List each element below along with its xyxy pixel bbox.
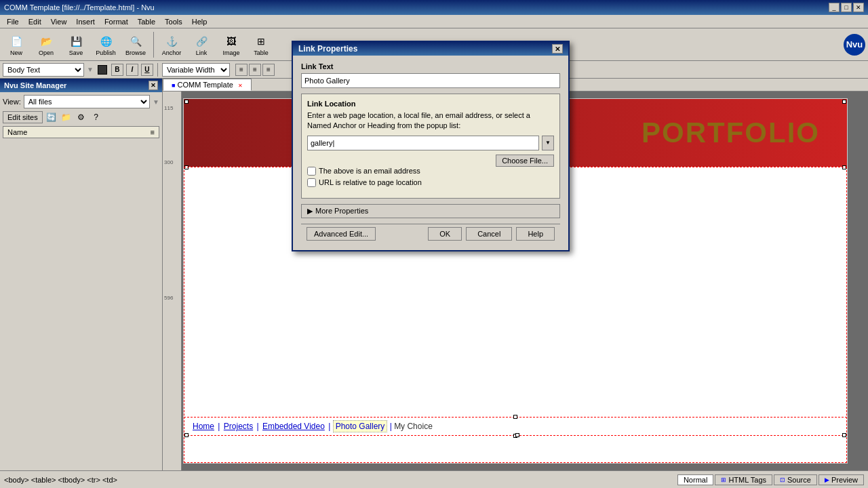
align-left-button[interactable]: ≡: [235, 64, 248, 76]
open-icon: 📂: [38, 33, 54, 49]
format-separator: [157, 63, 158, 77]
portfolio-title: PORTFOLIO: [642, 117, 820, 149]
ruler-mark-115: 115: [164, 105, 173, 111]
link-icon: 🔗: [193, 33, 210, 49]
ruler-mark-300: 300: [164, 159, 173, 165]
menu-file[interactable]: File: [3, 16, 23, 27]
browse-icon: 🔍: [127, 33, 144, 49]
sidebar-view-row: View: All files ▼: [3, 95, 159, 108]
close-window-button[interactable]: ✕: [853, 3, 864, 12]
menu-tools[interactable]: Tools: [161, 16, 186, 27]
relative-checkbox[interactable]: [307, 178, 316, 187]
save-button[interactable]: 💾 Save: [62, 31, 90, 58]
nav-photo-gallery[interactable]: Photo Gallery: [333, 420, 388, 432]
help-icon[interactable]: ?: [90, 111, 102, 123]
dialog-title-bar: Link Properties ✕: [293, 42, 568, 56]
toolbar-separator-1: [153, 32, 154, 58]
menu-help[interactable]: Help: [188, 16, 212, 27]
choose-file-button[interactable]: Choose File...: [496, 155, 554, 167]
path-display: <body> <table> <tbody> <tr> <td>: [4, 476, 117, 484]
image-button[interactable]: 🖼 Image: [218, 31, 245, 58]
anchor-icon: ⚓: [163, 33, 180, 49]
cancel-button[interactable]: Cancel: [466, 227, 512, 241]
help-button[interactable]: Help: [516, 227, 555, 241]
align-right-button[interactable]: ≡: [262, 64, 275, 76]
url-input[interactable]: [307, 136, 539, 150]
image-icon: 🖼: [223, 33, 239, 49]
name-column-header: Name: [7, 128, 27, 136]
status-tab-html[interactable]: ⊞ HTML Tags: [715, 474, 772, 485]
preview-icon: ▶: [825, 476, 829, 483]
menu-table[interactable]: Table: [134, 16, 159, 27]
view-label: View:: [3, 98, 21, 106]
url-dropdown-button[interactable]: ▼: [542, 136, 554, 150]
menu-insert[interactable]: Insert: [72, 16, 99, 27]
refresh-icon[interactable]: 🔄: [45, 111, 58, 123]
underline-button[interactable]: U: [141, 64, 153, 76]
title-bar: COMM Template [file://../Template.html] …: [0, 0, 868, 15]
minimize-button[interactable]: _: [829, 3, 840, 12]
bold-button[interactable]: B: [111, 64, 123, 76]
open-button[interactable]: 📂 Open: [33, 31, 60, 58]
sel-handle-bl: [184, 433, 189, 437]
menu-format[interactable]: Format: [100, 16, 132, 27]
status-tabs: Normal ⊞ HTML Tags ⊡ Source ▶ Preview: [677, 474, 864, 485]
align-buttons: ≡ ≡ ≡: [235, 64, 275, 76]
nav-sep-3: |: [328, 422, 332, 431]
more-properties-button[interactable]: ▶ More Properties: [301, 204, 560, 218]
link-location-section: Link Location Enter a web page location,…: [301, 94, 560, 199]
email-checkbox-row: The above is an email address: [307, 167, 554, 176]
link-location-title: Link Location: [307, 100, 554, 108]
view-select[interactable]: All files: [24, 95, 150, 108]
anchor-button[interactable]: ⚓ Anchor: [158, 31, 185, 58]
dialog-title-label: Link Properties: [298, 44, 357, 54]
sidebar-title: Nvu Site Manager: [4, 81, 66, 89]
sel-handle-br: [842, 433, 846, 437]
sidebar-actions: Edit sites 🔄 📁 ⚙ ?: [3, 111, 159, 123]
status-bar: <body> <table> <tbody> <tr> <td> Normal …: [0, 470, 868, 488]
editor-tab-comm-template[interactable]: ■ COMM Template ✕: [163, 79, 252, 91]
unsaved-indicator: ✕: [238, 83, 243, 89]
nav-projects[interactable]: Projects: [224, 422, 253, 431]
link-text-label: Link Text: [301, 62, 560, 70]
italic-button[interactable]: I: [126, 64, 138, 76]
avatar: Nvu: [844, 34, 865, 56]
link-button[interactable]: 🔗 Link: [188, 31, 215, 58]
dialog-close-button[interactable]: ✕: [552, 44, 563, 54]
browse-button[interactable]: 🔍 Browse: [122, 31, 149, 58]
nav-my-choice: My Choice: [394, 422, 433, 431]
status-tab-normal[interactable]: Normal: [677, 474, 713, 485]
sidebar-close-button[interactable]: ✕: [149, 81, 158, 90]
edit-sites-button[interactable]: Edit sites: [3, 111, 43, 123]
publish-icon: 🌐: [98, 33, 114, 49]
folder-icon[interactable]: 📁: [60, 111, 73, 123]
advanced-edit-button[interactable]: Advanced Edit...: [307, 227, 376, 241]
tab-label: COMM Template: [178, 81, 233, 89]
nav-sep-1: |: [218, 422, 222, 431]
dialog-body: Link Text Link Location Enter a web page…: [293, 56, 568, 250]
ok-button[interactable]: OK: [428, 227, 462, 241]
dialog-footer: Advanced Edit... OK Cancel Help: [301, 224, 560, 243]
relative-checkbox-label: URL is relative to page location: [319, 178, 422, 186]
new-button[interactable]: 📄 New: [3, 31, 30, 58]
html-tag-icon: ⊞: [721, 476, 726, 483]
align-center-button[interactable]: ≡: [249, 64, 261, 76]
sel-handle-tr: [842, 100, 846, 104]
email-checkbox[interactable]: [307, 167, 316, 176]
email-checkbox-label: The above is an email address: [319, 167, 420, 175]
status-tab-preview[interactable]: ▶ Preview: [818, 474, 864, 485]
status-tab-source[interactable]: ⊡ Source: [774, 474, 817, 485]
table-button[interactable]: ⊞ Table: [248, 31, 275, 58]
nav-embedded-video[interactable]: Embedded Video: [262, 422, 325, 431]
view-dropdown-arrow: ▼: [153, 98, 159, 106]
menu-edit[interactable]: Edit: [24, 16, 45, 27]
maximize-button[interactable]: □: [841, 3, 852, 12]
font-select[interactable]: Variable Width: [162, 63, 230, 77]
link-text-input[interactable]: [301, 73, 560, 88]
menu-view[interactable]: View: [47, 16, 71, 27]
style-select[interactable]: Body Text: [3, 63, 84, 77]
publish-button[interactable]: 🌐 Publish: [92, 31, 119, 58]
color-swatch[interactable]: [98, 65, 107, 75]
settings-icon[interactable]: ⚙: [75, 111, 87, 123]
nav-home[interactable]: Home: [193, 422, 214, 431]
